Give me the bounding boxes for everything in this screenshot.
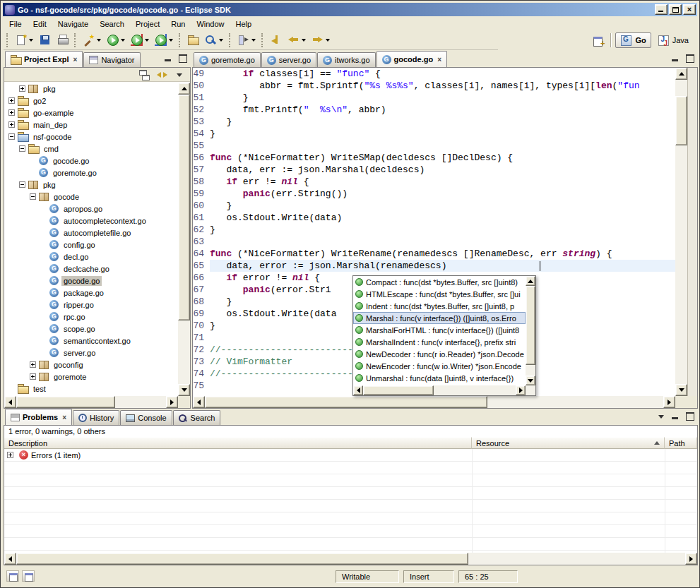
code-line[interactable]: 60 } <box>193 200 675 212</box>
popup-horizontal-scrollbar[interactable] <box>353 385 526 395</box>
view-tab-console[interactable]: Console <box>120 410 172 425</box>
code-line[interactable]: 62} <box>193 224 675 236</box>
completion-item-newdecoder[interactable]: NewDecoder : func(r io.Reader) *json.Dec… <box>353 348 526 360</box>
scroll-down-button[interactable] <box>675 384 687 396</box>
code-line[interactable]: 64func (*NiceFormatter) WriteRename(rena… <box>193 248 675 260</box>
dropdown-arrow-icon[interactable] <box>29 39 33 42</box>
scroll-thumb[interactable] <box>178 95 190 320</box>
tree-item-gocode-go[interactable]: gocode.go <box>4 275 178 287</box>
collapse-icon[interactable] <box>19 181 25 188</box>
dropdown-arrow-icon[interactable] <box>145 39 149 42</box>
new-button[interactable] <box>12 32 36 49</box>
code-line[interactable]: 55 <box>193 140 675 152</box>
scroll-right-button[interactable] <box>516 385 526 395</box>
minimize-button[interactable] <box>655 4 668 15</box>
tree-item-gocode[interactable]: gocode <box>4 191 178 203</box>
dropdown-arrow-icon[interactable] <box>326 39 330 42</box>
tree-item-config-go[interactable]: config.go <box>4 239 178 251</box>
scroll-thumb[interactable] <box>526 286 535 365</box>
scroll-left-button[interactable] <box>4 553 16 565</box>
expand-icon[interactable] <box>8 97 15 104</box>
code-line[interactable]: 61 os.Stdout.Write(data) <box>193 212 675 224</box>
tree-item-nsf-gocode[interactable]: nsf-gocode <box>4 131 178 143</box>
tree-item-server-go[interactable]: server.go <box>4 347 178 359</box>
tree-item-test[interactable]: test <box>4 383 178 395</box>
tree-item-gocode-go[interactable]: gocode.go <box>4 155 178 167</box>
tree-item-package-go[interactable]: package.go <box>4 287 178 299</box>
overview-ruler[interactable] <box>687 68 697 396</box>
maximize-button[interactable] <box>669 4 682 15</box>
completion-item-newencoder[interactable]: NewEncoder : func(w io.Writer) *json.Enc… <box>353 360 526 372</box>
completion-item-htmlescape[interactable]: HTMLEscape : func(dst *bytes.Buffer, src… <box>353 288 526 300</box>
close-icon[interactable]: × <box>62 414 66 421</box>
popup-vertical-scrollbar[interactable] <box>526 276 535 385</box>
forward-button[interactable] <box>309 32 333 49</box>
view-tab-problems[interactable]: Problems× <box>5 409 72 425</box>
menu-run[interactable]: Run <box>165 18 191 30</box>
scroll-down-button[interactable] <box>178 384 190 396</box>
tree-item-apropos-go[interactable]: apropos.go <box>4 203 178 215</box>
fast-view-icon[interactable] <box>6 570 19 582</box>
scroll-up-button[interactable] <box>675 68 687 80</box>
tree-item-cmd[interactable]: cmd <box>4 143 178 155</box>
completion-item-marshal[interactable]: Marshal : func(v interface{}) ([]uint8, … <box>353 312 526 324</box>
link-with-editor-button[interactable] <box>153 68 171 81</box>
column-resource[interactable]: Resource <box>472 437 665 449</box>
tree-item-rpc-go[interactable]: rpc.go <box>4 311 178 323</box>
last-edit-location-button[interactable] <box>267 32 285 49</box>
view-menu-button[interactable] <box>171 68 189 81</box>
minimize-view-button[interactable] <box>669 410 682 422</box>
column-path[interactable]: Path <box>665 437 697 449</box>
close-icon[interactable]: × <box>73 56 78 64</box>
minimize-editor-button[interactable] <box>669 52 682 64</box>
scroll-thumb[interactable] <box>363 385 434 395</box>
back-button[interactable] <box>285 32 309 49</box>
dropdown-arrow-icon[interactable] <box>169 39 173 42</box>
menu-help[interactable]: Help <box>230 18 258 30</box>
expand-icon[interactable] <box>7 452 13 458</box>
editor-tab-itworks-go[interactable]: itworks.go <box>317 52 376 67</box>
code-line[interactable]: 49 if classes[i] == "func" { <box>193 68 675 80</box>
code-line[interactable]: 52 fmt.Printf(" %s\n", abbr) <box>193 104 675 116</box>
toolbar-grip[interactable] <box>6 33 9 47</box>
code-line[interactable]: 54} <box>193 128 675 140</box>
completion-item-compact[interactable]: Compact : func(dst *bytes.Buffer, src []… <box>353 276 526 288</box>
view-tab-project-expl[interactable]: Project Expl× <box>5 51 83 67</box>
open-perspective-button[interactable] <box>590 32 607 49</box>
problems-horizontal-scrollbar[interactable] <box>4 553 697 565</box>
scroll-up-button[interactable] <box>526 276 535 286</box>
menu-project[interactable]: Project <box>130 18 165 30</box>
perspective-java[interactable]: Java <box>653 32 694 48</box>
dropdown-arrow-icon[interactable] <box>219 39 223 42</box>
menu-navigate[interactable]: Navigate <box>52 18 94 30</box>
maximize-view-button[interactable] <box>176 52 189 64</box>
expand-icon[interactable] <box>19 85 25 92</box>
perspective-go[interactable]: Go <box>615 32 651 48</box>
problems-row-errors-1-item[interactable]: Errors (1 item) <box>4 449 697 462</box>
code-line[interactable]: 51 } <box>193 92 675 104</box>
menu-edit[interactable]: Edit <box>28 18 52 30</box>
tree-item-autocompletecontext-go[interactable]: autocompletecontext.go <box>4 215 178 227</box>
tree-item-goremote[interactable]: goremote <box>4 371 178 383</box>
code-line[interactable]: 58 if err != nil { <box>193 176 675 188</box>
scroll-thumb[interactable] <box>675 96 687 145</box>
coverage-button[interactable] <box>152 32 176 49</box>
tree-item-autocompletefile-go[interactable]: autocompletefile.go <box>4 227 178 239</box>
code-line[interactable]: 59 panic(err.String()) <box>193 188 675 200</box>
view-tab-history[interactable]: History <box>73 410 119 425</box>
scroll-right-button[interactable] <box>663 396 675 408</box>
collapse-icon[interactable] <box>19 145 25 152</box>
tree-item-pkg[interactable]: pkg <box>4 83 178 95</box>
code-line[interactable]: 56func (*NiceFormatter) WriteSMap(declde… <box>193 152 675 164</box>
show-view-icon[interactable] <box>22 570 35 582</box>
print-button[interactable] <box>54 32 71 49</box>
tree-item-semanticcontext-go[interactable]: semanticcontext.go <box>4 335 178 347</box>
toolbar-grip[interactable] <box>261 33 264 47</box>
dropdown-arrow-icon[interactable] <box>121 39 125 42</box>
code-line[interactable]: 63 <box>193 236 675 248</box>
collapse-icon[interactable] <box>8 133 15 140</box>
expand-icon[interactable] <box>8 109 15 116</box>
view-menu-button[interactable] <box>655 410 668 422</box>
view-tab-navigator[interactable]: Navigator <box>83 52 140 67</box>
scroll-thumb[interactable] <box>16 396 115 408</box>
